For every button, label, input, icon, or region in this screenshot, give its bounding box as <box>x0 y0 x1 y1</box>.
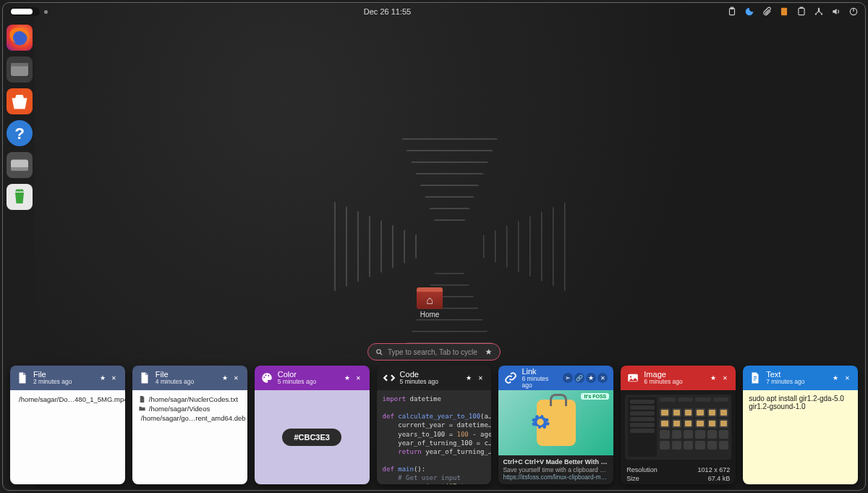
close-button[interactable] <box>597 373 608 383</box>
dock-disk[interactable] <box>7 152 33 178</box>
power-icon[interactable] <box>848 7 859 17</box>
svg-point-15 <box>263 376 265 378</box>
code-icon <box>383 371 396 384</box>
desktop-home-label: Home <box>412 311 447 319</box>
text-content: sudo apt install gir1.2-gda-5.0 gir1.2-g… <box>743 390 858 484</box>
card-time: 7 minutes ago <box>766 379 804 385</box>
workspace-dot <box>44 10 48 14</box>
list-item: /home/sagar/Videos <box>138 404 242 413</box>
card-time: 2 minutes ago <box>33 379 72 385</box>
list-item: /home/sagar/NuclerCodes.txt <box>138 395 242 404</box>
clock[interactable]: Dec 26 11:55 <box>364 7 411 16</box>
link-icon <box>504 371 517 384</box>
open-button[interactable] <box>563 373 573 383</box>
color-value-badge: #CBC3E3 <box>282 429 341 446</box>
night-light-icon[interactable] <box>744 7 754 17</box>
size-label: Size <box>626 475 639 482</box>
svg-rect-3 <box>799 8 804 14</box>
svg-point-4 <box>818 8 820 9</box>
dock-trash[interactable] <box>7 184 33 210</box>
star-button[interactable] <box>342 373 352 383</box>
dock: ? <box>4 22 34 213</box>
link-url: https://itsfoss.com/linux-clipboard-mana… <box>503 473 609 481</box>
file-item-icon <box>138 395 146 403</box>
dock-files[interactable] <box>7 56 33 83</box>
code-snippet: import datetime def calculate_year_to_10… <box>377 390 492 484</box>
card-title: Link <box>522 367 558 376</box>
search-icon <box>375 348 383 356</box>
star-button[interactable] <box>708 373 718 383</box>
paste-tray-icon[interactable] <box>796 7 807 17</box>
svg-point-16 <box>265 374 266 376</box>
dock-software[interactable] <box>7 88 33 114</box>
notes-tray-icon[interactable] <box>779 7 789 17</box>
copy-link-button[interactable] <box>574 373 584 383</box>
size-value: 67.4 kB <box>708 475 731 482</box>
card-image[interactable]: Image 6 minutes ago Resolution10 <box>621 366 736 484</box>
activities-pill[interactable] <box>9 7 40 16</box>
close-button[interactable] <box>842 373 852 383</box>
top-bar: Dec 26 11:55 <box>4 4 864 20</box>
search-star-icon[interactable] <box>485 348 493 356</box>
search-input[interactable] <box>388 348 480 356</box>
link-description: Save yourself time with a clipboard ma… <box>503 466 609 474</box>
card-code[interactable]: Code 5 minutes ago import datetime def c… <box>377 366 492 484</box>
svg-point-6 <box>821 13 822 14</box>
close-button[interactable] <box>720 373 730 383</box>
system-tray <box>727 7 859 17</box>
volume-icon[interactable] <box>831 7 841 17</box>
resolution-value: 1012 x 672 <box>698 466 731 473</box>
dock-firefox[interactable] <box>7 25 33 51</box>
home-folder-icon <box>417 287 443 309</box>
card-text[interactable]: Text 7 minutes ago sudo apt install gir1… <box>743 366 858 484</box>
card-file-single[interactable]: File 2 minutes ago /home/sagar/Do…480_1_… <box>10 366 125 484</box>
image-icon <box>626 371 639 384</box>
text-icon <box>749 371 762 384</box>
folder-item-icon <box>138 405 146 413</box>
svg-rect-13 <box>11 167 28 171</box>
gear-icon <box>530 412 550 432</box>
link-thumbnail: It's FOSS <box>498 390 613 455</box>
svg-point-14 <box>377 349 381 353</box>
card-time: 6 minutes ago <box>644 379 682 385</box>
svg-text:?: ? <box>14 125 25 143</box>
palette-icon <box>260 371 273 384</box>
desktop-home-folder[interactable]: Home <box>412 287 447 319</box>
attachment-tray-icon[interactable] <box>762 7 772 17</box>
close-button[interactable] <box>354 373 364 383</box>
network-icon[interactable] <box>814 7 824 17</box>
svg-rect-10 <box>11 63 28 67</box>
clipboard-tray-icon[interactable] <box>727 7 737 17</box>
card-color[interactable]: Color 5 minutes ago #CBC3E3 <box>255 366 370 484</box>
card-time: 6 minutes ago <box>522 376 558 389</box>
star-button[interactable] <box>586 373 596 383</box>
link-headline: Ctrl+C Ctrl+V Made Better With Cl… <box>503 458 609 466</box>
star-button[interactable] <box>220 373 230 383</box>
svg-point-17 <box>268 375 269 376</box>
star-button[interactable] <box>98 373 108 383</box>
list-item: /home/sagar/go…rent_amd64.deb <box>138 413 242 423</box>
link-meta: Ctrl+C Ctrl+V Made Better With Cl… Save … <box>498 455 613 485</box>
clipboard-search[interactable] <box>367 343 501 361</box>
image-thumbnail <box>625 395 731 460</box>
svg-point-5 <box>815 13 817 14</box>
close-button[interactable] <box>231 373 242 383</box>
card-link[interactable]: Link 6 minutes ago It's FOSS Ctrl+C Ctrl… <box>498 366 613 484</box>
svg-rect-2 <box>781 8 787 16</box>
card-time: 5 minutes ago <box>400 379 438 385</box>
svg-point-19 <box>630 376 631 377</box>
file-list: /home/sagar/Do…480_1_5MG.mp4 <box>16 395 119 404</box>
dock-help[interactable]: ? <box>7 120 33 146</box>
star-button[interactable] <box>464 373 474 383</box>
maze-decoration <box>327 131 573 363</box>
card-time: 5 minutes ago <box>278 379 316 385</box>
close-button[interactable] <box>475 373 485 383</box>
link-badge: It's FOSS <box>581 393 609 400</box>
list-item: /home/sagar/Do…480_1_5MG.mp4 <box>16 395 119 404</box>
file-icon <box>16 371 29 384</box>
star-button[interactable] <box>830 373 841 383</box>
card-file-multi[interactable]: File 4 minutes ago /home/sagar/NuclerCod… <box>132 366 247 484</box>
file-icon <box>138 371 151 384</box>
card-time: 4 minutes ago <box>156 379 194 385</box>
close-button[interactable] <box>109 373 119 383</box>
